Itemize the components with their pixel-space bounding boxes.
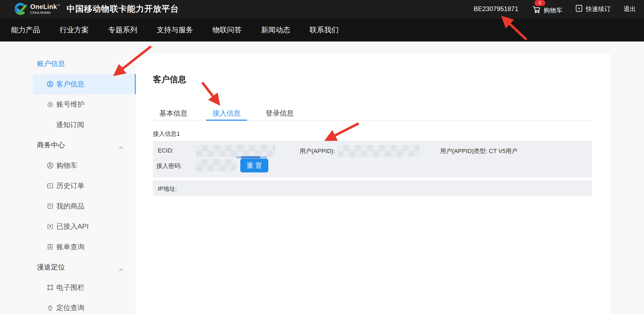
access-info-panel: ECID: 用户(APPID): 用户(APPID)类型: CT V5用户 接入… xyxy=(153,141,592,178)
sidebar-item-geofence[interactable]: 电子围栏 xyxy=(33,278,136,298)
location-icon xyxy=(46,304,54,312)
sidebar-item-notification-subscribe[interactable]: 通知订阅 xyxy=(33,115,136,135)
cart-icon xyxy=(532,5,542,16)
reset-password-button[interactable]: 重 置 xyxy=(240,159,268,172)
sidebar-item-customer-info[interactable]: 客户信息 xyxy=(33,74,136,95)
tab-access-info[interactable]: 接入信息 xyxy=(206,106,247,120)
history-icon xyxy=(46,182,54,190)
goods-icon xyxy=(46,202,54,210)
sidebar-group-label: 商务中心 xyxy=(37,140,65,150)
sidebar-item-order-history[interactable]: 历史订单 xyxy=(33,176,136,196)
chevron-up-icon xyxy=(118,62,124,66)
onelink-logo-icon xyxy=(12,2,28,16)
cart-count-badge: 0 xyxy=(535,0,545,6)
topbar-right: BE2307951871 0 购物车 快速续订 xyxy=(474,2,636,16)
ip-address-panel: IP地址: xyxy=(153,180,592,196)
platform-title: 中国移动物联卡能力开放平台 xyxy=(67,3,179,15)
sidebar-group-account-info[interactable]: 账户信息 xyxy=(33,54,136,74)
sidebar: 账户信息客户信息账号维护通知订阅商务中心购物车历史订单我的商品已接入API账单查… xyxy=(0,41,136,314)
sidebar-item-label: 我的商品 xyxy=(56,202,84,211)
nav-item-contact-us[interactable]: 联系我们 xyxy=(310,25,339,35)
logo-text: OneLink™ China Mobile xyxy=(30,4,60,14)
appid-type-label: 用户(APPID)类型: xyxy=(440,148,487,154)
sidebar-item-location-query[interactable]: 定位查询 xyxy=(33,298,136,314)
sidebar-item-my-goods[interactable]: 我的商品 xyxy=(33,196,136,217)
quick-renew-label: 快速续订 xyxy=(586,5,611,13)
gear-icon xyxy=(46,101,54,108)
sidebar-item-label: 历史订单 xyxy=(56,181,84,190)
cart-label: 购物车 xyxy=(544,6,562,15)
appid-label: 用户(APPID): xyxy=(300,147,335,155)
sidebar-item-label: 定位查询 xyxy=(56,303,84,313)
fence-icon xyxy=(46,284,54,291)
nav-item-support-services[interactable]: 支持与服务 xyxy=(157,25,193,35)
page-title: 客户信息 xyxy=(153,74,186,85)
sidebar-item-bill-query[interactable]: 账单查询 xyxy=(33,237,136,257)
sidebar-item-label: 电子围栏 xyxy=(56,283,84,292)
sidebar-item-label: 客户信息 xyxy=(56,79,84,89)
tab-basic-info[interactable]: 基本信息 xyxy=(153,106,194,120)
sidebar-item-connected-api[interactable]: 已接入API xyxy=(33,216,136,237)
sidebar-item-label: 账号维护 xyxy=(56,100,84,109)
account-id: BE2307951871 xyxy=(474,5,519,13)
logo-brand: OneLink xyxy=(30,3,57,10)
tab-bar: 基本信息接入信息登录信息 xyxy=(153,106,592,120)
quick-renew-button[interactable]: 快速续订 xyxy=(575,4,611,14)
app-root: OneLink™ China Mobile 中国移动物联卡能力开放平台 BE23… xyxy=(0,0,644,333)
sidebar-group-label: 账户信息 xyxy=(37,59,65,68)
appid-type-value: CT V5用户 xyxy=(489,148,518,154)
nav-item-capability-products[interactable]: 能力产品 xyxy=(11,25,40,35)
nav-item-news[interactable]: 新闻动态 xyxy=(261,25,290,35)
topbar: OneLink™ China Mobile 中国移动物联卡能力开放平台 BE23… xyxy=(0,0,644,18)
sidebar-item-label: 账单查询 xyxy=(56,242,84,252)
api-icon xyxy=(46,223,54,230)
redacted-link-underline xyxy=(236,156,267,158)
logo-trademark: ™ xyxy=(57,4,60,7)
appid-value-redacted xyxy=(337,145,420,157)
ip-address-label: IP地址: xyxy=(158,185,177,193)
user-circle-icon xyxy=(46,80,54,88)
sidebar-group-business-center[interactable]: 商务中心 xyxy=(33,135,136,155)
access-password-redacted xyxy=(196,159,237,171)
sidebar-item-shopping-cart[interactable]: 购物车 xyxy=(33,155,136,176)
chevron-up-icon xyxy=(118,143,124,147)
logout-button[interactable]: 退出 xyxy=(624,5,636,13)
chevron-up-icon xyxy=(118,265,124,269)
sidebar-item-label: 通知订阅 xyxy=(56,120,84,130)
user-circle-icon xyxy=(46,162,54,169)
sidebar-item-label: 购物车 xyxy=(56,161,77,170)
main-card: 客户信息 基本信息接入信息登录信息 接入信息1 ECID: 用户(APPID):… xyxy=(136,54,610,333)
logo-subtitle: China Mobile xyxy=(30,11,60,14)
main-nav: 能力产品行业方案专题系列支持与服务物联问答新闻动态联系我们 xyxy=(0,18,644,41)
appid-type: 用户(APPID)类型: CT V5用户 xyxy=(440,147,518,155)
tab-login-info[interactable]: 登录信息 xyxy=(259,106,300,120)
sidebar-item-account-maintenance[interactable]: 账号维护 xyxy=(33,94,136,115)
bill-icon xyxy=(46,243,54,251)
topbar-cart[interactable]: 0 购物车 xyxy=(532,2,562,16)
sidebar-item-label: 已接入API xyxy=(56,222,89,231)
quick-renew-icon xyxy=(575,4,586,14)
nav-item-industry-solutions[interactable]: 行业方案 xyxy=(60,25,89,35)
nav-item-iot-qa[interactable]: 物联问答 xyxy=(213,25,242,35)
sidebar-group-mantu-location[interactable]: 漫途定位 xyxy=(33,257,136,278)
ecid-value-redacted xyxy=(196,145,275,157)
sidebar-group-label: 漫途定位 xyxy=(37,262,65,272)
nav-item-special-series[interactable]: 专题系列 xyxy=(108,25,137,35)
access-password-label: 接入密码: xyxy=(156,162,182,170)
ecid-label: ECID: xyxy=(158,147,174,154)
access-info-section-label: 接入信息1 xyxy=(153,130,180,138)
